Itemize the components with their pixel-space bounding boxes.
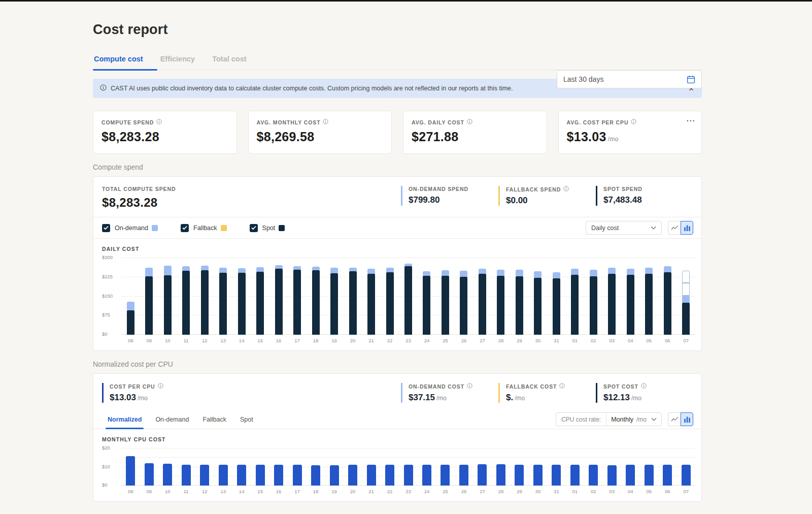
bar-11: [177, 448, 195, 486]
compute-spend-section-label: Compute spend: [93, 163, 702, 173]
tab-total-cost[interactable]: Total cost: [211, 50, 247, 70]
bar-17: [288, 448, 306, 486]
bar-segment: [516, 270, 523, 276]
bar-04: [621, 448, 639, 486]
bar-02: [584, 448, 602, 486]
cpu-cost-rate-select[interactable]: Monthly /mo: [606, 416, 661, 423]
x-tick-label: 21: [362, 489, 380, 494]
stat-card-avg-monthly-cost: AVG. MONTHLY COST$8,269.58: [248, 111, 392, 154]
bar-17: [288, 258, 306, 335]
cpu-cost-rate-label: CPU cost rate:: [556, 413, 606, 426]
x-tick-label: 11: [177, 489, 195, 494]
info-icon[interactable]: [563, 186, 569, 192]
bar-28: [492, 448, 510, 486]
bar-segment: [553, 272, 560, 278]
x-tick-label: 20: [344, 338, 362, 343]
bar-segment: [312, 267, 320, 270]
bar-segment: [349, 271, 357, 335]
cpu-cost-stats: ON-DEMAND COST$37.15/moFALLBACK COST$./m…: [401, 383, 693, 403]
bar-19: [325, 258, 343, 335]
bar-13: [214, 258, 232, 335]
date-range-value: Last 30 days: [563, 75, 603, 83]
monthly-cpu-cost-y-axis: $0$10$20: [102, 448, 121, 486]
info-icon[interactable]: [323, 119, 328, 125]
info-icon[interactable]: [158, 383, 163, 390]
bar-06: [658, 258, 676, 335]
bar-20: [344, 258, 362, 335]
x-tick-label: 31: [547, 489, 565, 494]
stat-spot-cost: SPOT COST$12.13/mo: [596, 383, 693, 403]
bar-chart-toggle[interactable]: [681, 412, 693, 426]
bar-segment: [460, 271, 467, 277]
info-icon[interactable]: [467, 383, 472, 390]
stat-card-avg-cost-per-cpu: AVG. COST PER CPU$13.03/mo⋯: [558, 111, 702, 154]
bar-segment: [367, 274, 375, 335]
x-tick-label: 20: [344, 489, 362, 494]
bar-02: [584, 258, 602, 335]
chart-view-select[interactable]: Daily cost: [586, 221, 662, 235]
bar-21: [362, 448, 380, 486]
cpu-tab-on-demand[interactable]: On-demand: [155, 410, 189, 429]
stat-card-value: $8,269.58: [257, 130, 384, 144]
line-chart-toggle[interactable]: [668, 221, 681, 235]
date-range-select[interactable]: Last 30 days: [557, 70, 702, 88]
stat-card-label: AVG. DAILY COST: [412, 119, 538, 125]
bar-segment: [200, 465, 209, 486]
bar-segment: [533, 465, 543, 486]
cpu-tab-normalized[interactable]: Normalized: [108, 410, 142, 429]
stat-value: $./mo: [506, 393, 596, 403]
bar-chart-toggle[interactable]: [681, 221, 693, 235]
x-tick-label: 30: [529, 338, 547, 343]
legend-checkbox-fallback[interactable]: Fallback: [181, 224, 227, 232]
info-icon[interactable]: [631, 119, 636, 125]
x-tick-label: 06: [658, 489, 676, 494]
bar-segment: [534, 278, 542, 335]
x-tick-label: 13: [214, 338, 232, 343]
bar-segment: [275, 265, 283, 269]
stat-value: $0.00: [506, 196, 596, 206]
bar-29: [510, 448, 528, 486]
bar-segment: [293, 270, 301, 335]
bar-segment: [330, 268, 338, 273]
info-icon[interactable]: [467, 119, 472, 125]
y-tick-label: $75: [102, 312, 110, 317]
legend-checkbox-spot[interactable]: Spot: [250, 224, 285, 232]
bar-segment: [145, 463, 154, 486]
x-tick-label: 31: [547, 338, 565, 343]
chart-view-value: Daily cost: [591, 224, 619, 232]
bar-segment: [496, 464, 505, 486]
page-title: Cost report: [93, 22, 702, 38]
x-tick-label: 17: [288, 489, 306, 494]
x-tick-label: 01: [566, 489, 584, 494]
info-icon[interactable]: [641, 383, 647, 390]
compute-spend-stats: ON-DEMAND SPEND$799.80FALLBACK SPEND$0.0…: [401, 186, 693, 206]
tab-compute-cost[interactable]: Compute cost: [93, 50, 144, 70]
stat-fallback-spend: FALLBACK SPEND$0.00: [498, 186, 596, 206]
calendar-icon: [687, 75, 695, 84]
tab-efficiency[interactable]: Efficiency: [159, 50, 196, 70]
cpu-tab-fallback[interactable]: Fallback: [202, 410, 226, 429]
x-tick-label: 24: [418, 338, 436, 343]
x-tick-label: 03: [603, 338, 621, 343]
bar-segment: [127, 310, 134, 335]
more-menu-icon[interactable]: ⋯: [686, 115, 695, 126]
x-tick-label: 12: [195, 338, 214, 343]
cpu-tab-spot[interactable]: Spot: [240, 410, 253, 429]
stat-card-value: $8,283.28: [101, 130, 228, 144]
x-tick-label: 04: [621, 338, 639, 343]
bar-segment: [571, 275, 579, 335]
bar-07: [677, 258, 695, 335]
bar-25: [436, 448, 454, 486]
chart-type-toggle: [668, 221, 693, 235]
bar-segment: [201, 266, 209, 270]
bar-23: [399, 258, 417, 335]
bar-23: [399, 448, 417, 486]
bar-18: [307, 448, 325, 486]
line-chart-toggle[interactable]: [668, 412, 681, 426]
legend-checkbox-on-demand[interactable]: On-demand: [102, 224, 158, 232]
bar-segment: [442, 270, 449, 276]
bar-10: [158, 258, 177, 335]
info-icon[interactable]: [559, 383, 565, 390]
info-icon[interactable]: [156, 119, 162, 125]
bar-segment: [164, 266, 172, 275]
